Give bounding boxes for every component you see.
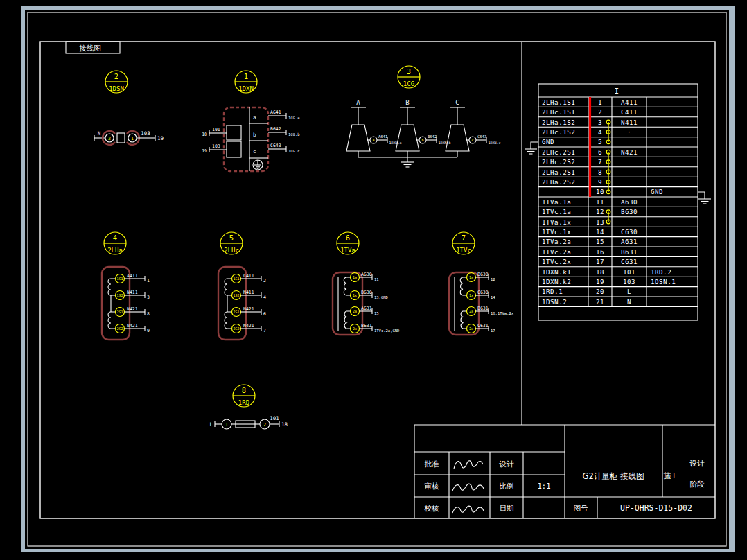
terminal-ref: 18 bbox=[202, 132, 207, 137]
callout-number: 8 bbox=[242, 386, 246, 394]
callout-number: 4 bbox=[113, 234, 117, 242]
wire-label: A411 bbox=[127, 273, 138, 279]
table-cell-device: 1DXN.k2 bbox=[542, 278, 571, 286]
table-cell-terminal: 12 bbox=[596, 208, 604, 216]
vt-terminal-name: 1a bbox=[469, 275, 473, 279]
ct-terminal-name: 1S2 bbox=[233, 293, 239, 297]
table-header: I bbox=[615, 87, 619, 95]
terminal-ref: 3 bbox=[147, 295, 150, 300]
table-cell-wire: C631 bbox=[621, 258, 638, 265]
table-cell-wire: B630 bbox=[621, 208, 638, 216]
bottom-strip bbox=[0, 552, 747, 560]
left-strip bbox=[0, 0, 21, 560]
callout-number: 3 bbox=[407, 67, 411, 76]
table-cell-link: 1DSN.1 bbox=[651, 278, 676, 286]
drawing-title: G2计量柜 接线图 bbox=[583, 471, 644, 481]
table-cell-terminal: 3 bbox=[598, 119, 602, 126]
scale-label: 比例 bbox=[500, 482, 514, 490]
ct-terminal-name: 2S2 bbox=[116, 326, 123, 331]
wire-label: 103 bbox=[141, 130, 150, 137]
callout-2LHc: 52LHc bbox=[220, 232, 243, 254]
terminal-ref: 13,GND bbox=[374, 295, 388, 299]
ct-terminal-name: 1S2 bbox=[116, 293, 123, 297]
scale-value: 1:1 bbox=[538, 482, 551, 490]
table-cell-terminal: 17 bbox=[596, 258, 604, 265]
phase-label: C bbox=[455, 99, 459, 106]
table-cell-wire: B631 bbox=[621, 248, 638, 256]
meter-cell-label: c bbox=[253, 148, 256, 155]
table-cell-wire: A631 bbox=[621, 238, 638, 245]
terminal-ref: 18 bbox=[281, 421, 288, 428]
table-cell-device: 2LHc.1S2 bbox=[542, 128, 575, 136]
callout-number: 2 bbox=[114, 72, 118, 80]
wire-label: B630 bbox=[361, 290, 372, 295]
cg-terminal-name: c bbox=[471, 138, 473, 142]
wire-label: N421 bbox=[243, 306, 254, 312]
wire-label: 103 bbox=[212, 143, 220, 149]
wire-label: C631 bbox=[477, 323, 489, 329]
wire-label: C411 bbox=[243, 273, 254, 279]
ct-terminal-name: 2S1 bbox=[233, 310, 239, 314]
approve-label: 批准 bbox=[425, 460, 440, 468]
callout-number: 6 bbox=[346, 234, 350, 242]
table-cell-wire: N411 bbox=[621, 119, 638, 126]
terminal-ref: 1 bbox=[147, 278, 150, 283]
wire-label: L bbox=[209, 421, 213, 428]
table-cell-terminal: 14 bbox=[596, 228, 604, 236]
wire-destination: 1CG.a bbox=[288, 116, 300, 120]
ct-terminal-name: 1S1 bbox=[116, 277, 123, 281]
table-cell-device: 1TVc.1a bbox=[542, 208, 571, 216]
table-cell-terminal: 8 bbox=[598, 168, 602, 176]
table-cell-device: 1TVc.1x bbox=[542, 228, 571, 236]
terminal-ref: 8 bbox=[147, 311, 150, 317]
table-cell-device: 1TVa.2a bbox=[542, 238, 571, 245]
table-cell-device: 2LHa.1S2 bbox=[542, 119, 575, 126]
wire-destination: 1DXN.b bbox=[439, 141, 451, 145]
ct-terminal-name: 2S2 bbox=[233, 326, 239, 331]
vt-terminal-name: 1x bbox=[353, 293, 357, 297]
check-label: 审核 bbox=[425, 482, 440, 490]
vt-terminal-name: 2x bbox=[469, 326, 473, 331]
cg-terminal-name: b bbox=[421, 138, 423, 142]
callout-tag: 1DSN bbox=[109, 85, 124, 92]
ct-terminal-name: 2S1 bbox=[116, 310, 123, 314]
table-cell-wire: C411 bbox=[621, 108, 638, 116]
table-cell-device: 1DSN.2 bbox=[542, 298, 567, 306]
date-label: 日期 bbox=[500, 504, 514, 512]
table-cell-device: 2LHc.2S2 bbox=[542, 158, 575, 166]
terminal-ref: 19 bbox=[202, 148, 207, 154]
table-cell-terminal: 10 bbox=[596, 188, 604, 195]
vt-terminal-name: 2a bbox=[469, 309, 473, 313]
stage-line2: 阶段 bbox=[690, 480, 705, 488]
callout-tag: 1DXN bbox=[238, 85, 254, 92]
sheet-tag-label: 接线图 bbox=[79, 44, 101, 52]
callout-2LHa: 42LHa bbox=[104, 232, 126, 254]
drawing-svg: 接线图 N 2 1 103 19 a b c bbox=[0, 0, 747, 560]
wire-label: C643 bbox=[270, 143, 281, 148]
wire-destination: 1CG.b bbox=[288, 132, 300, 137]
table-cell-terminal: 6 bbox=[598, 148, 602, 156]
wire-label: 101 bbox=[270, 415, 279, 421]
table-cell-link: GND bbox=[651, 188, 663, 195]
callout-1DXN: 11DXN bbox=[235, 71, 257, 93]
table-cell-device: 1RD.1 bbox=[542, 288, 563, 295]
callout-number: 5 bbox=[229, 234, 234, 242]
wire-label: N411 bbox=[243, 290, 254, 295]
vt-terminal-name: 1x bbox=[469, 293, 473, 297]
table-cell-terminal: 21 bbox=[596, 298, 604, 306]
terminal-ref: 11 bbox=[374, 277, 379, 281]
table-cell-wire: 101 bbox=[623, 268, 635, 276]
terminal-ref: 4 bbox=[263, 295, 266, 300]
callout-tag: 2LHc bbox=[224, 247, 239, 254]
right-strip bbox=[735, 0, 747, 560]
table-cell-device: 2LHc.2S1 bbox=[542, 148, 575, 156]
meter-cell-label: b bbox=[253, 132, 256, 138]
table-cell-terminal: 5 bbox=[598, 138, 602, 146]
terminal-ref: 7 bbox=[263, 328, 266, 333]
contact-number: 1 bbox=[131, 136, 134, 141]
callout-tag: 1TVc bbox=[456, 247, 471, 254]
wire-label: A631 bbox=[361, 306, 372, 311]
terminal-ref: 1TVc.2a,GND bbox=[374, 329, 399, 333]
table-cell-terminal: 13 bbox=[596, 218, 604, 226]
wire-label: N421 bbox=[127, 306, 138, 312]
